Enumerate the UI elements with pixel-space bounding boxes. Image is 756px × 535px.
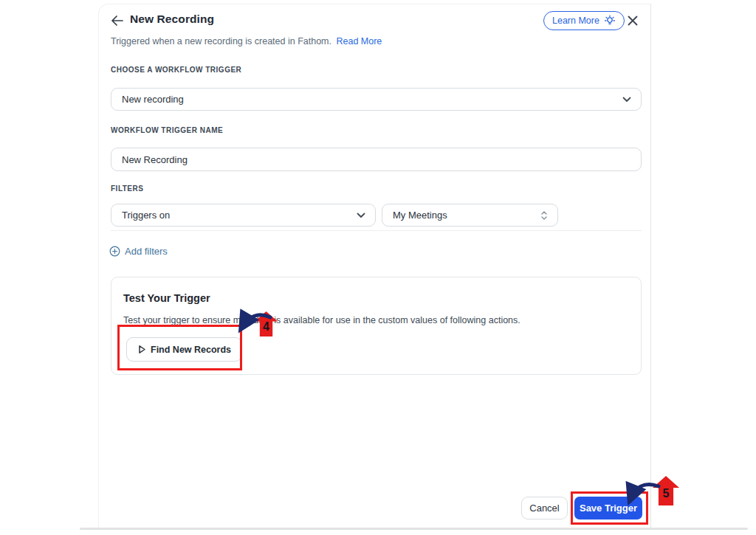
annotation-highlight-find-records (117, 325, 242, 370)
add-filters-label: Add filters (125, 246, 168, 257)
trigger-name-input[interactable] (111, 148, 642, 171)
arrow-left-icon (111, 15, 123, 26)
workflow-trigger-select[interactable]: New recording (111, 88, 642, 111)
read-more-link[interactable]: Read More (336, 36, 382, 46)
close-icon (628, 15, 638, 26)
new-recording-trigger-panel (98, 4, 651, 528)
test-trigger-title: Test Your Trigger (123, 292, 210, 304)
trigger-description-text: Triggered when a new recording is create… (111, 36, 331, 46)
filter-type-select[interactable]: Triggers on (111, 204, 376, 227)
app-canvas: New Recording Learn More Triggered when … (0, 0, 756, 535)
annotation-step-number-5: 5 (663, 488, 670, 500)
filter-type-selected-value: Triggers on (122, 210, 170, 221)
filter-scope-select[interactable]: My Meetings (382, 204, 558, 227)
cancel-button[interactable]: Cancel (521, 497, 568, 520)
annotation-highlight-save-trigger (571, 491, 648, 525)
cancel-label: Cancel (529, 503, 559, 514)
page-bottom-divider (80, 528, 748, 530)
back-button[interactable] (108, 12, 126, 30)
workflow-trigger-selected-value: New recording (122, 94, 184, 105)
chevron-down-icon (357, 213, 365, 218)
chevron-up-down-icon (540, 210, 548, 221)
add-filters-button[interactable]: Add filters (109, 244, 168, 258)
annotation-step-number-4: 4 (263, 321, 269, 333)
annotation-step-marker-5: 5 (653, 476, 679, 505)
filters-label: FILTERS (111, 184, 143, 193)
workflow-trigger-label: CHOOSE A WORKFLOW TRIGGER (111, 66, 241, 74)
test-trigger-description: Test your trigger to ensure metadata is … (123, 315, 625, 325)
learn-more-label: Learn More (552, 15, 599, 26)
chevron-down-icon (622, 97, 631, 103)
lightbulb-icon (604, 15, 616, 27)
learn-more-button[interactable]: Learn More (543, 11, 625, 30)
filters-divider (111, 230, 642, 231)
plus-circle-icon (109, 246, 120, 257)
trigger-description: Triggered when a new recording is create… (111, 36, 382, 46)
close-button[interactable] (625, 13, 640, 28)
page-title: New Recording (130, 13, 214, 26)
filter-scope-selected-value: My Meetings (393, 210, 447, 221)
trigger-name-label: WORKFLOW TRIGGER NAME (111, 126, 223, 134)
